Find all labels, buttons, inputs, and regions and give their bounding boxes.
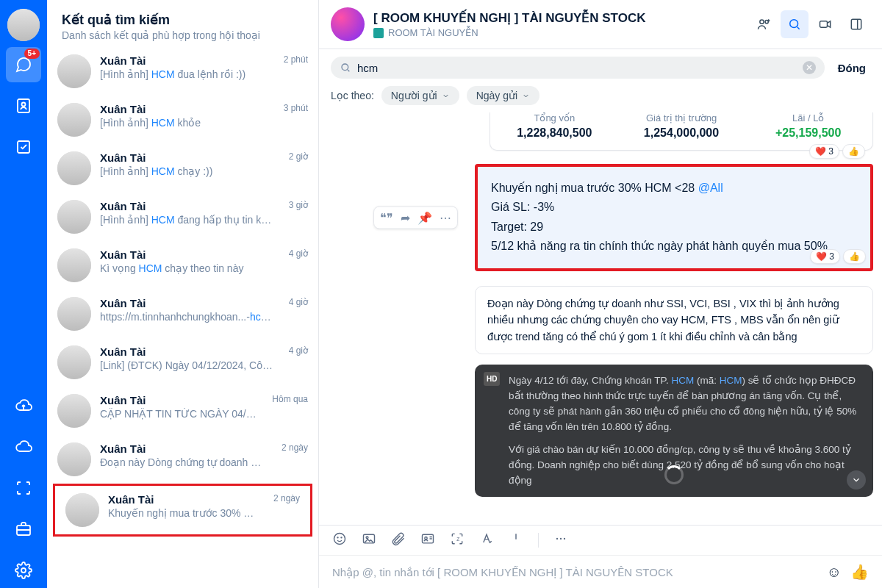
result-name: Xuân Tài — [100, 54, 269, 67]
close-search-button[interactable]: Đóng — [833, 62, 870, 74]
result-time: 4 giờ — [283, 297, 308, 331]
svg-point-11 — [334, 534, 345, 545]
search-result-row[interactable]: Xuân TàiCẬP NHẬT TIN TỨC NGÀY 04/12: ...… — [47, 387, 318, 435]
result-time: 2 giờ — [283, 151, 308, 185]
add-member-button[interactable] — [750, 10, 778, 38]
nav-cloud[interactable] — [6, 429, 41, 465]
quoted-article: HD Ngày 4/12 tới đây, Chứng khoán TP. HC… — [475, 365, 873, 497]
result-snippet: CẬP NHẬT TIN TỨC NGÀY 04/12: ... HCM... — [100, 408, 257, 420]
chat-search-input[interactable] — [357, 62, 797, 74]
group-avatar[interactable] — [331, 7, 365, 41]
nav-todo[interactable] — [6, 129, 41, 165]
expand-quote-button[interactable] — [847, 470, 866, 490]
result-time: Hôm qua — [266, 394, 308, 428]
result-name: Xuân Tài — [100, 394, 257, 406]
result-name: Xuân Tài — [100, 200, 274, 212]
nav-briefcase[interactable] — [6, 512, 41, 547]
search-in-chat-button[interactable] — [781, 10, 808, 38]
quote-icon[interactable]: ❝❞ — [380, 210, 393, 224]
nav-contacts[interactable] — [6, 88, 41, 123]
nav-capture[interactable] — [6, 470, 41, 506]
result-avatar — [57, 248, 91, 282]
svg-point-21 — [564, 538, 565, 539]
search-result-row[interactable]: Xuân Tàihttps://m.tinnhanhchungkhoan...-… — [47, 290, 318, 338]
result-snippet: [Hình ảnh] HCM chạy :)) — [100, 165, 274, 177]
result-avatar — [57, 345, 91, 379]
result-name: Xuân Tài — [100, 248, 274, 261]
format-button[interactable] — [479, 531, 494, 549]
pin-icon[interactable]: 📌 — [417, 210, 432, 224]
result-name: Xuân Tài — [108, 493, 259, 506]
result-name: Xuân Tài — [100, 442, 267, 455]
reaction-like[interactable]: 👍 — [843, 249, 866, 264]
toggle-sidepanel-button[interactable] — [842, 10, 870, 38]
result-time: 3 phút — [278, 103, 308, 137]
search-result-row[interactable]: Xuân Tài[Hình ảnh] HCM khỏe3 phút — [47, 96, 318, 144]
highlighted-message: ❝❞ ➦ 📌 ⋯ Khuyến nghị mua trước 30% HCM <… — [475, 164, 873, 271]
screenshot-button[interactable]: Z — [450, 531, 465, 549]
svg-point-1 — [22, 103, 26, 107]
svg-point-12 — [337, 537, 338, 538]
result-name: Xuân Tài — [100, 297, 274, 309]
message-input[interactable] — [332, 566, 818, 578]
conversation-subtitle: ROOM TÀI NGUYỄN — [388, 27, 478, 38]
search-result-row[interactable]: Xuân Tài[Hình ảnh] HCM chạy :))2 giờ — [47, 144, 318, 193]
reaction-heart[interactable]: ❤️ 3 — [809, 144, 839, 159]
search-result-row[interactable]: Xuân TàiKhuyến nghị mua trước 30% HCM <2… — [55, 486, 310, 534]
nav-rail: 5+ — [0, 0, 47, 588]
filter-sender[interactable]: Người gửi — [381, 86, 459, 105]
result-snippet: [Hình ảnh] HCM đang hấp thụ tin khá tốt — [100, 214, 274, 226]
result-snippet: https://m.tinnhanhchungkhoan...-hcm... — [100, 311, 274, 323]
composer: Z ☺ 👍 — [319, 525, 882, 588]
quick-like-button[interactable]: 👍 — [850, 563, 869, 581]
result-name: Xuân Tài — [100, 151, 274, 164]
svg-point-10 — [342, 64, 348, 71]
svg-rect-9 — [851, 19, 861, 29]
search-icon — [340, 62, 351, 74]
nav-cloud-sync[interactable] — [6, 388, 41, 423]
results-title: Kết quả tìm kiếm — [62, 12, 304, 28]
result-avatar — [57, 394, 91, 428]
video-call-button[interactable] — [811, 10, 839, 38]
attach-button[interactable] — [391, 531, 406, 549]
result-avatar — [65, 493, 99, 527]
more-tools-button[interactable] — [553, 531, 568, 549]
result-time: 4 giờ — [283, 345, 308, 379]
nav-messages[interactable]: 5+ — [6, 47, 41, 82]
search-result-row[interactable]: Xuân TàiĐoạn này Dòng chứng tự doanh HCM… — [47, 435, 318, 484]
result-avatar — [57, 442, 91, 476]
result-time: 2 ngày — [268, 493, 300, 527]
result-time: 2 phút — [278, 54, 308, 88]
result-avatar — [57, 54, 91, 88]
message-bubble: Đoạn này Dòng chứng tự doanh như SSI, VC… — [475, 286, 873, 354]
tag-icon — [373, 28, 384, 38]
emoji-button[interactable]: ☺ — [827, 564, 842, 581]
result-name: Xuân Tài — [100, 103, 269, 115]
result-time: 3 giờ — [283, 200, 308, 234]
contact-card-button[interactable] — [420, 531, 435, 549]
svg-point-20 — [560, 538, 562, 539]
result-snippet: [Hình ảnh] HCM khỏe — [100, 117, 269, 129]
search-result-row[interactable]: Xuân TàiKì vọng HCM chạy theo tin này4 g… — [47, 241, 318, 290]
unread-badge: 5+ — [24, 49, 40, 59]
image-button[interactable] — [362, 531, 376, 549]
conversation-title: [ ROOM KHUYẾN NGHỊ ] TÀI NGUYỄN STOCK — [373, 10, 741, 26]
reaction-like[interactable]: 👍 — [842, 144, 865, 159]
search-result-row[interactable]: Xuân Tài[Link] (ĐTCK) Ngày 04/12/2024, C… — [47, 338, 318, 387]
conversation-header: [ ROOM KHUYẾN NGHỊ ] TÀI NGUYỄN STOCK RO… — [319, 0, 882, 49]
result-snippet: Kì vọng HCM chạy theo tin này — [100, 262, 274, 274]
search-result-row[interactable]: Xuân Tài[Hình ảnh] HCM đang hấp thụ tin … — [47, 193, 318, 241]
forward-icon[interactable]: ➦ — [401, 210, 410, 224]
sticker-button[interactable] — [332, 531, 347, 549]
priority-button[interactable] — [509, 531, 523, 549]
search-result-row[interactable]: Xuân Tài[Hình ảnh] HCM đua lệnh rồi :))2… — [47, 47, 318, 96]
filter-date[interactable]: Ngày gửi — [467, 86, 539, 105]
mention-all[interactable]: @All — [698, 182, 723, 194]
reaction-heart[interactable]: ❤️ 3 — [810, 249, 840, 264]
result-name: Xuân Tài — [100, 345, 274, 358]
more-icon[interactable]: ⋯ — [440, 210, 451, 224]
nav-settings[interactable] — [6, 553, 41, 588]
clear-search-button[interactable]: ✕ — [803, 61, 816, 74]
user-avatar[interactable] — [7, 9, 40, 41]
result-avatar — [57, 103, 91, 137]
